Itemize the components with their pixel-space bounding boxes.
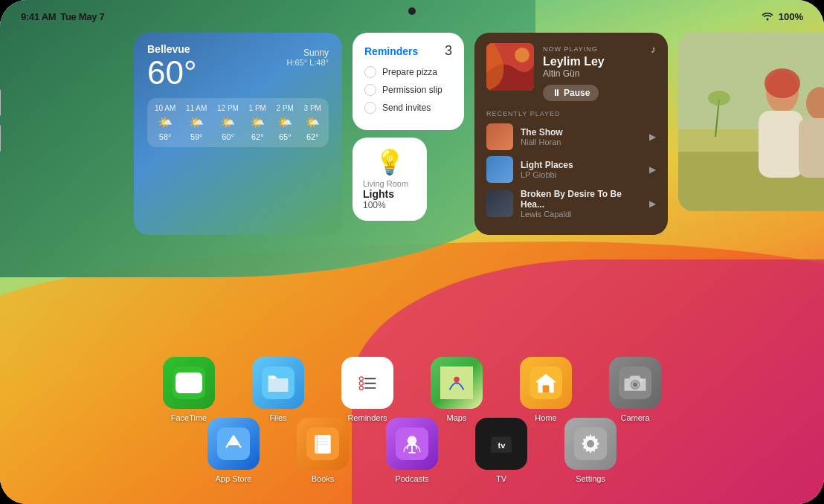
music-icon: ♪ (651, 43, 656, 55)
recent-track-2[interactable]: Broken By Desire To Be Hea... Lewis Capa… (486, 189, 656, 219)
weather-widget[interactable]: Bellevue 60° Sunny H:65° L:48° 10 AM 🌤️ … (134, 33, 342, 235)
camera-notch (408, 7, 416, 15)
app-reminders[interactable]: Reminders (341, 357, 393, 422)
app-tv[interactable]: tv TV (475, 418, 527, 483)
svg-point-32 (633, 382, 637, 387)
play-button-1[interactable]: ▶ (649, 164, 656, 175)
books-icon (297, 418, 349, 470)
lights-room: Living Room (363, 179, 416, 188)
weather-temp: 60° (147, 56, 197, 89)
lights-widget[interactable]: 💡 Living Room Lights 100% (353, 138, 427, 221)
nowplaying-info: NOW PLAYING ♪ Leylim Ley Altin Gün ⏸ Pau… (543, 43, 656, 101)
files-icon (252, 357, 304, 409)
play-button-0[interactable]: ▶ (649, 132, 656, 142)
forecast-item-1: 11 AM 🌤️ 59° (186, 104, 207, 141)
pause-button[interactable]: ⏸ Pause (543, 85, 599, 101)
svg-point-1 (515, 48, 530, 62)
status-time: 9:41 AM (21, 11, 56, 22)
nowplaying-top: NOW PLAYING ♪ Leylim Ley Altin Gün ⏸ Pau… (486, 43, 656, 101)
nowplaying-widget[interactable]: NOW PLAYING ♪ Leylim Ley Altin Gün ⏸ Pau… (474, 33, 668, 235)
forecast-item-0: 10 AM 🌤️ 58° (155, 104, 176, 141)
reminder-item-0[interactable]: Prepare pizza (364, 66, 452, 78)
forecast-item-3: 1 PM 🌤️ 62° (249, 104, 266, 141)
volume-up-button[interactable] (0, 89, 1, 116)
svg-rect-14 (173, 366, 205, 399)
apps-row-2: App Store (0, 418, 824, 483)
reminders-count: 3 (445, 43, 452, 59)
app-appstore[interactable]: App Store (207, 418, 260, 483)
forecast-item-2: 12 PM 🌤️ 60° (217, 104, 239, 141)
svg-rect-38 (316, 435, 318, 453)
recent-info-0: The Show Niall Horan (521, 127, 642, 146)
play-button-2[interactable]: ▶ (649, 198, 656, 209)
forecast-item-5: 3 PM 🌤️ 62° (304, 104, 321, 141)
svg-rect-6 (759, 111, 803, 178)
recent-art-1 (486, 156, 513, 183)
recent-artist-1: LP Giobbi (521, 170, 642, 179)
reminder-checkbox-2[interactable] (364, 102, 376, 114)
recent-track-1[interactable]: Light Places LP Giobbi ▶ (486, 156, 656, 183)
nowplaying-label: NOW PLAYING (543, 45, 598, 53)
reminders-header: Reminders 3 (364, 43, 452, 59)
tv-label: TV (496, 474, 506, 483)
apps-row-1: FaceTime Files (0, 357, 824, 422)
books-label: Books (312, 474, 335, 483)
album-art (486, 43, 534, 91)
weather-condition: Sunny (287, 48, 329, 58)
ipad-frame: 9:41 AM Tue May 7 100% Bellevue 60° (0, 0, 824, 504)
reminder-checkbox-1[interactable] (364, 84, 376, 96)
wifi-icon (761, 10, 774, 23)
reminder-item-1[interactable]: Permission slip (364, 84, 452, 96)
facetime-icon (163, 357, 215, 409)
reminders-icon (341, 357, 393, 409)
status-right: 100% (761, 10, 803, 23)
svg-point-33 (640, 379, 643, 382)
app-camera[interactable]: Camera (609, 357, 661, 422)
recent-song-2: Broken By Desire To Be Hea... (521, 189, 642, 210)
volume-down-button[interactable] (0, 125, 1, 152)
weather-location: Bellevue (147, 43, 197, 55)
widgets-area: Bellevue 60° Sunny H:65° L:48° 10 AM 🌤️ … (134, 33, 794, 235)
reminder-checkbox-0[interactable] (364, 66, 376, 78)
app-podcasts[interactable]: Podcasts (386, 418, 438, 483)
recent-info-2: Broken By Desire To Be Hea... Lewis Capa… (521, 189, 642, 219)
app-home[interactable]: Home (520, 357, 572, 422)
reminder-text-1: Permission slip (382, 85, 442, 95)
recent-track-0[interactable]: The Show Niall Horan ▶ (486, 123, 656, 150)
photo-widget (678, 33, 824, 211)
app-maps[interactable]: Maps (431, 357, 483, 422)
home-icon (520, 357, 572, 409)
recently-played-label: RECENTLY PLAYED (486, 110, 656, 117)
recent-art-0 (486, 123, 513, 150)
svg-text:tv: tv (498, 441, 506, 450)
reminders-widget[interactable]: Reminders 3 Prepare pizza Permission sli… (353, 33, 464, 130)
lights-name: Lights (363, 188, 416, 200)
battery-percentage: 100% (779, 11, 803, 22)
camera-icon (609, 357, 661, 409)
svg-rect-28 (543, 385, 550, 392)
app-files[interactable]: Files (252, 357, 304, 422)
recent-song-0: The Show (521, 127, 642, 138)
weather-forecast: 10 AM 🌤️ 58° 11 AM 🌤️ 59° 12 PM 🌤️ 60° 1… (147, 98, 329, 147)
settings-icon (564, 418, 617, 470)
appstore-icon (207, 418, 260, 470)
recent-art-2 (486, 190, 513, 217)
reminder-item-2[interactable]: Send invites (364, 102, 452, 114)
pause-icon: ⏸ (552, 88, 561, 98)
recent-artist-2: Lewis Capaldi (521, 210, 642, 219)
app-facetime[interactable]: FaceTime (163, 357, 215, 422)
app-settings[interactable]: Settings (564, 418, 617, 483)
app-books[interactable]: Books (297, 418, 349, 483)
nowplaying-song: Leylim Ley (543, 55, 656, 68)
svg-point-11 (708, 91, 730, 106)
reminders-title: Reminders (364, 45, 418, 57)
podcasts-icon (386, 418, 438, 470)
reminder-text-2: Send invites (382, 103, 431, 113)
maps-icon (431, 357, 483, 409)
settings-label: Settings (576, 474, 605, 483)
svg-point-49 (587, 440, 594, 448)
photo-content (678, 33, 824, 211)
lights-percentage: 100% (363, 200, 416, 210)
tv-icon: tv (475, 418, 527, 470)
recent-info-1: Light Places LP Giobbi (521, 160, 642, 179)
